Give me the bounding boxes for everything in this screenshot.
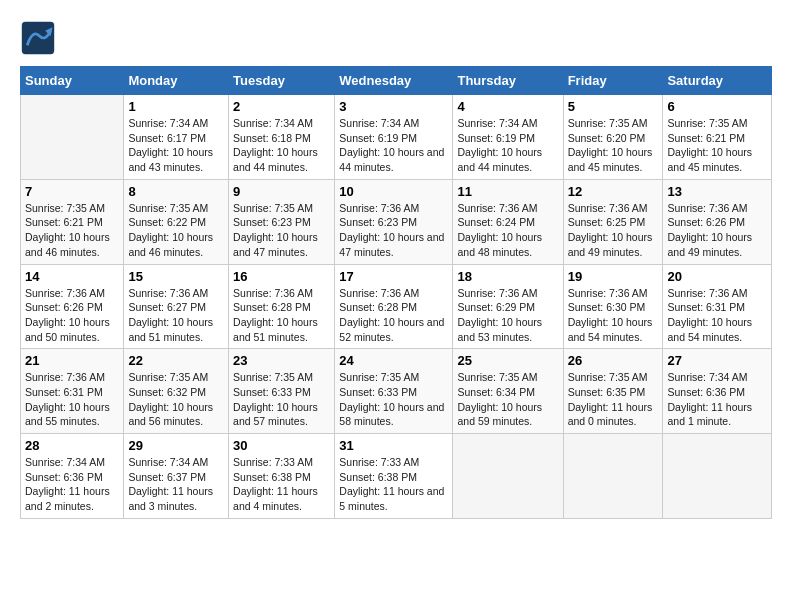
- day-number: 30: [233, 438, 330, 453]
- day-number: 23: [233, 353, 330, 368]
- day-info: Sunrise: 7:34 AMSunset: 6:36 PMDaylight:…: [667, 370, 767, 429]
- calendar-cell: 25Sunrise: 7:35 AMSunset: 6:34 PMDayligh…: [453, 349, 563, 434]
- calendar-cell: [563, 434, 663, 519]
- calendar-cell: [453, 434, 563, 519]
- calendar-cell: 21Sunrise: 7:36 AMSunset: 6:31 PMDayligh…: [21, 349, 124, 434]
- calendar-cell: 3Sunrise: 7:34 AMSunset: 6:19 PMDaylight…: [335, 95, 453, 180]
- calendar-body: 1Sunrise: 7:34 AMSunset: 6:17 PMDaylight…: [21, 95, 772, 519]
- day-info: Sunrise: 7:35 AMSunset: 6:21 PMDaylight:…: [667, 116, 767, 175]
- day-number: 22: [128, 353, 224, 368]
- day-info: Sunrise: 7:35 AMSunset: 6:32 PMDaylight:…: [128, 370, 224, 429]
- header-thursday: Thursday: [453, 67, 563, 95]
- week-row-1: 7Sunrise: 7:35 AMSunset: 6:21 PMDaylight…: [21, 179, 772, 264]
- day-info: Sunrise: 7:36 AMSunset: 6:30 PMDaylight:…: [568, 286, 659, 345]
- header-sunday: Sunday: [21, 67, 124, 95]
- calendar-header: SundayMondayTuesdayWednesdayThursdayFrid…: [21, 67, 772, 95]
- header-friday: Friday: [563, 67, 663, 95]
- day-number: 25: [457, 353, 558, 368]
- calendar-cell: 31Sunrise: 7:33 AMSunset: 6:38 PMDayligh…: [335, 434, 453, 519]
- day-info: Sunrise: 7:36 AMSunset: 6:27 PMDaylight:…: [128, 286, 224, 345]
- calendar-cell: [663, 434, 772, 519]
- calendar-cell: 12Sunrise: 7:36 AMSunset: 6:25 PMDayligh…: [563, 179, 663, 264]
- day-info: Sunrise: 7:35 AMSunset: 6:33 PMDaylight:…: [339, 370, 448, 429]
- calendar-cell: 15Sunrise: 7:36 AMSunset: 6:27 PMDayligh…: [124, 264, 229, 349]
- day-number: 19: [568, 269, 659, 284]
- day-number: 11: [457, 184, 558, 199]
- day-number: 26: [568, 353, 659, 368]
- header-monday: Monday: [124, 67, 229, 95]
- day-info: Sunrise: 7:35 AMSunset: 6:20 PMDaylight:…: [568, 116, 659, 175]
- header-saturday: Saturday: [663, 67, 772, 95]
- calendar-cell: 9Sunrise: 7:35 AMSunset: 6:23 PMDaylight…: [229, 179, 335, 264]
- calendar-cell: 29Sunrise: 7:34 AMSunset: 6:37 PMDayligh…: [124, 434, 229, 519]
- day-number: 9: [233, 184, 330, 199]
- logo-icon: [20, 20, 56, 56]
- calendar-cell: 2Sunrise: 7:34 AMSunset: 6:18 PMDaylight…: [229, 95, 335, 180]
- day-info: Sunrise: 7:34 AMSunset: 6:18 PMDaylight:…: [233, 116, 330, 175]
- day-number: 14: [25, 269, 119, 284]
- day-number: 15: [128, 269, 224, 284]
- day-number: 5: [568, 99, 659, 114]
- day-number: 1: [128, 99, 224, 114]
- day-number: 7: [25, 184, 119, 199]
- calendar-cell: 20Sunrise: 7:36 AMSunset: 6:31 PMDayligh…: [663, 264, 772, 349]
- day-info: Sunrise: 7:35 AMSunset: 6:23 PMDaylight:…: [233, 201, 330, 260]
- page-container: SundayMondayTuesdayWednesdayThursdayFrid…: [20, 20, 772, 519]
- calendar-cell: 1Sunrise: 7:34 AMSunset: 6:17 PMDaylight…: [124, 95, 229, 180]
- calendar-cell: 28Sunrise: 7:34 AMSunset: 6:36 PMDayligh…: [21, 434, 124, 519]
- day-number: 28: [25, 438, 119, 453]
- day-info: Sunrise: 7:36 AMSunset: 6:26 PMDaylight:…: [25, 286, 119, 345]
- calendar-cell: 23Sunrise: 7:35 AMSunset: 6:33 PMDayligh…: [229, 349, 335, 434]
- calendar-cell: 11Sunrise: 7:36 AMSunset: 6:24 PMDayligh…: [453, 179, 563, 264]
- week-row-3: 21Sunrise: 7:36 AMSunset: 6:31 PMDayligh…: [21, 349, 772, 434]
- calendar-cell: 10Sunrise: 7:36 AMSunset: 6:23 PMDayligh…: [335, 179, 453, 264]
- day-info: Sunrise: 7:34 AMSunset: 6:36 PMDaylight:…: [25, 455, 119, 514]
- day-number: 10: [339, 184, 448, 199]
- day-info: Sunrise: 7:36 AMSunset: 6:28 PMDaylight:…: [233, 286, 330, 345]
- week-row-0: 1Sunrise: 7:34 AMSunset: 6:17 PMDaylight…: [21, 95, 772, 180]
- day-info: Sunrise: 7:36 AMSunset: 6:24 PMDaylight:…: [457, 201, 558, 260]
- day-number: 17: [339, 269, 448, 284]
- header-wednesday: Wednesday: [335, 67, 453, 95]
- day-number: 3: [339, 99, 448, 114]
- day-info: Sunrise: 7:36 AMSunset: 6:31 PMDaylight:…: [25, 370, 119, 429]
- day-info: Sunrise: 7:34 AMSunset: 6:19 PMDaylight:…: [339, 116, 448, 175]
- calendar-cell: 17Sunrise: 7:36 AMSunset: 6:28 PMDayligh…: [335, 264, 453, 349]
- day-info: Sunrise: 7:35 AMSunset: 6:34 PMDaylight:…: [457, 370, 558, 429]
- calendar-table: SundayMondayTuesdayWednesdayThursdayFrid…: [20, 66, 772, 519]
- day-info: Sunrise: 7:34 AMSunset: 6:17 PMDaylight:…: [128, 116, 224, 175]
- calendar-cell: 14Sunrise: 7:36 AMSunset: 6:26 PMDayligh…: [21, 264, 124, 349]
- day-info: Sunrise: 7:33 AMSunset: 6:38 PMDaylight:…: [233, 455, 330, 514]
- header-row: SundayMondayTuesdayWednesdayThursdayFrid…: [21, 67, 772, 95]
- day-number: 16: [233, 269, 330, 284]
- day-number: 27: [667, 353, 767, 368]
- calendar-cell: 19Sunrise: 7:36 AMSunset: 6:30 PMDayligh…: [563, 264, 663, 349]
- day-number: 12: [568, 184, 659, 199]
- day-info: Sunrise: 7:34 AMSunset: 6:37 PMDaylight:…: [128, 455, 224, 514]
- calendar-cell: 4Sunrise: 7:34 AMSunset: 6:19 PMDaylight…: [453, 95, 563, 180]
- day-info: Sunrise: 7:36 AMSunset: 6:29 PMDaylight:…: [457, 286, 558, 345]
- calendar-cell: 7Sunrise: 7:35 AMSunset: 6:21 PMDaylight…: [21, 179, 124, 264]
- header: [20, 20, 772, 56]
- day-number: 4: [457, 99, 558, 114]
- header-tuesday: Tuesday: [229, 67, 335, 95]
- day-number: 21: [25, 353, 119, 368]
- day-number: 20: [667, 269, 767, 284]
- day-info: Sunrise: 7:36 AMSunset: 6:31 PMDaylight:…: [667, 286, 767, 345]
- day-info: Sunrise: 7:35 AMSunset: 6:21 PMDaylight:…: [25, 201, 119, 260]
- day-number: 6: [667, 99, 767, 114]
- week-row-4: 28Sunrise: 7:34 AMSunset: 6:36 PMDayligh…: [21, 434, 772, 519]
- calendar-cell: 30Sunrise: 7:33 AMSunset: 6:38 PMDayligh…: [229, 434, 335, 519]
- day-info: Sunrise: 7:35 AMSunset: 6:33 PMDaylight:…: [233, 370, 330, 429]
- logo: [20, 20, 60, 56]
- day-info: Sunrise: 7:35 AMSunset: 6:35 PMDaylight:…: [568, 370, 659, 429]
- day-number: 31: [339, 438, 448, 453]
- svg-rect-0: [22, 22, 54, 54]
- calendar-cell: 27Sunrise: 7:34 AMSunset: 6:36 PMDayligh…: [663, 349, 772, 434]
- day-info: Sunrise: 7:34 AMSunset: 6:19 PMDaylight:…: [457, 116, 558, 175]
- day-number: 18: [457, 269, 558, 284]
- calendar-cell: 18Sunrise: 7:36 AMSunset: 6:29 PMDayligh…: [453, 264, 563, 349]
- calendar-cell: 24Sunrise: 7:35 AMSunset: 6:33 PMDayligh…: [335, 349, 453, 434]
- day-number: 2: [233, 99, 330, 114]
- day-number: 13: [667, 184, 767, 199]
